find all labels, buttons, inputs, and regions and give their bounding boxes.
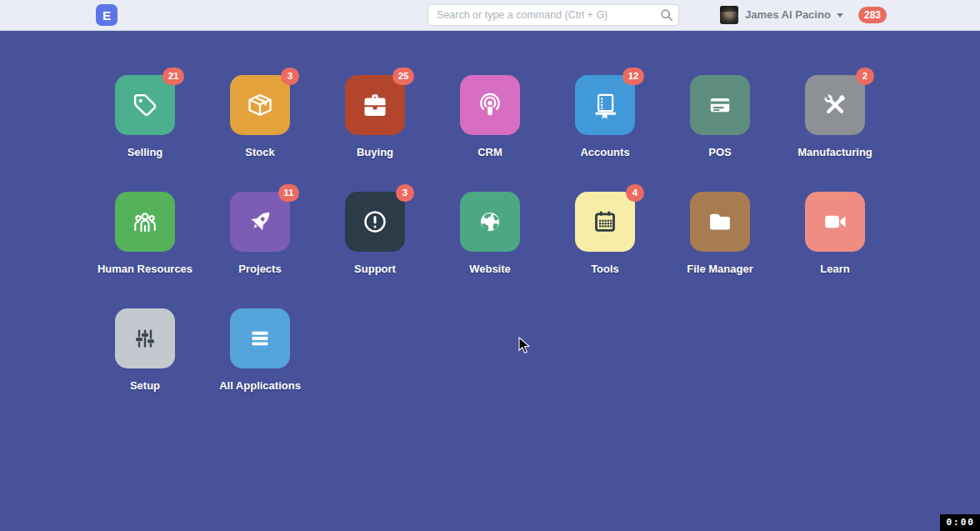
calendar-icon xyxy=(588,205,622,238)
app-notification-badge: 11 xyxy=(278,184,299,202)
app-label: File Manager xyxy=(687,263,752,275)
app-tile xyxy=(230,308,290,368)
globe-icon xyxy=(473,205,507,238)
podcast-person-icon xyxy=(473,88,507,122)
app-shortcut-learn[interactable]: Learn xyxy=(778,192,892,308)
app-label: Stock xyxy=(245,146,274,158)
app-notification-badge: 4 xyxy=(626,184,644,202)
video-camera-icon xyxy=(818,205,852,238)
search-input[interactable] xyxy=(428,4,679,26)
app-shortcut-selling[interactable]: 21Selling xyxy=(88,75,202,192)
global-search xyxy=(428,4,679,26)
rocket-icon xyxy=(243,205,277,238)
app-shortcut-manufacturing[interactable]: 2Manufacturing xyxy=(778,75,892,192)
tag-icon xyxy=(128,88,162,122)
app-shortcut-projects[interactable]: 11Projects xyxy=(202,192,318,308)
briefcase-icon xyxy=(358,88,392,122)
ledger-book-icon xyxy=(588,88,622,122)
app-notification-badge: 2 xyxy=(856,68,874,85)
app-label: Learn xyxy=(820,263,849,275)
app-label: Website xyxy=(469,263,511,275)
wrench-screwdriver-icon xyxy=(818,88,852,122)
app-shortcut-all-applications[interactable]: All Applications xyxy=(202,308,318,425)
menu-icon xyxy=(243,322,277,355)
notification-count-badge[interactable]: 283 xyxy=(858,7,887,23)
app-notification-badge: 3 xyxy=(281,68,299,85)
app-tile: 3 xyxy=(230,75,290,135)
app-label: All Applications xyxy=(219,379,301,392)
app-label: CRM xyxy=(478,146,502,158)
app-shortcut-tools[interactable]: 4Tools xyxy=(548,192,662,308)
app-shortcut-human-resources[interactable]: Human Resources xyxy=(88,192,202,308)
app-tile xyxy=(460,192,520,252)
app-tile xyxy=(460,75,520,135)
app-tile: 3 xyxy=(345,192,405,252)
folder-icon xyxy=(703,205,737,238)
box-icon xyxy=(243,88,277,122)
app-notification-badge: 21 xyxy=(162,68,184,85)
app-label: Projects xyxy=(238,263,281,275)
app-label: Accounts xyxy=(580,146,629,158)
desktop-app-grid: 21Selling 3Stock 25Buying CRM 12Accounts… xyxy=(88,31,892,425)
app-tile: 11 xyxy=(230,192,290,252)
app-shortcut-file-manager[interactable]: File Manager xyxy=(662,192,778,308)
app-notification-badge: 25 xyxy=(392,68,414,85)
app-tile: 25 xyxy=(345,75,405,135)
top-navbar: E James Al Pacino 283 xyxy=(0,0,980,31)
chevron-down-icon xyxy=(837,13,843,18)
app-shortcut-support[interactable]: 3Support xyxy=(318,192,432,308)
app-shortcut-buying[interactable]: 25Buying xyxy=(318,75,432,192)
app-shortcut-setup[interactable]: Setup xyxy=(88,308,202,425)
app-label: Setup xyxy=(130,379,160,392)
app-tile xyxy=(115,308,175,368)
app-shortcut-accounts[interactable]: 12Accounts xyxy=(548,75,662,192)
app-label: Buying xyxy=(357,146,393,158)
app-logo[interactable]: E xyxy=(96,4,118,26)
app-tile xyxy=(805,192,865,252)
app-label: Manufacturing xyxy=(798,146,872,158)
app-shortcut-stock[interactable]: 3Stock xyxy=(202,75,318,192)
app-tile xyxy=(115,192,175,252)
app-tile: 2 xyxy=(805,75,865,135)
app-tile xyxy=(690,192,750,252)
app-label: Support xyxy=(354,263,396,275)
app-shortcut-website[interactable]: Website xyxy=(432,192,548,308)
sliders-icon xyxy=(128,322,162,355)
app-shortcut-pos[interactable]: POS xyxy=(662,75,778,192)
app-notification-badge: 12 xyxy=(622,68,644,85)
app-label: Human Resources xyxy=(98,263,192,275)
app-tile xyxy=(690,75,750,135)
exclamation-circle-icon xyxy=(358,205,392,238)
app-tile: 21 xyxy=(115,75,175,135)
user-menu[interactable]: James Al Pacino xyxy=(745,0,831,30)
app-tile: 12 xyxy=(575,75,635,135)
user-name-label: James Al Pacino xyxy=(745,8,831,21)
people-icon xyxy=(128,205,162,238)
app-label: Selling xyxy=(128,146,163,158)
app-shortcut-crm[interactable]: CRM xyxy=(432,75,548,192)
video-timestamp: 0:00 xyxy=(940,514,980,531)
user-avatar[interactable] xyxy=(720,6,738,24)
credit-card-icon xyxy=(703,88,737,122)
app-tile: 4 xyxy=(575,192,635,252)
app-label: Tools xyxy=(591,263,619,275)
app-notification-badge: 3 xyxy=(396,184,414,202)
app-label: POS xyxy=(708,146,731,158)
